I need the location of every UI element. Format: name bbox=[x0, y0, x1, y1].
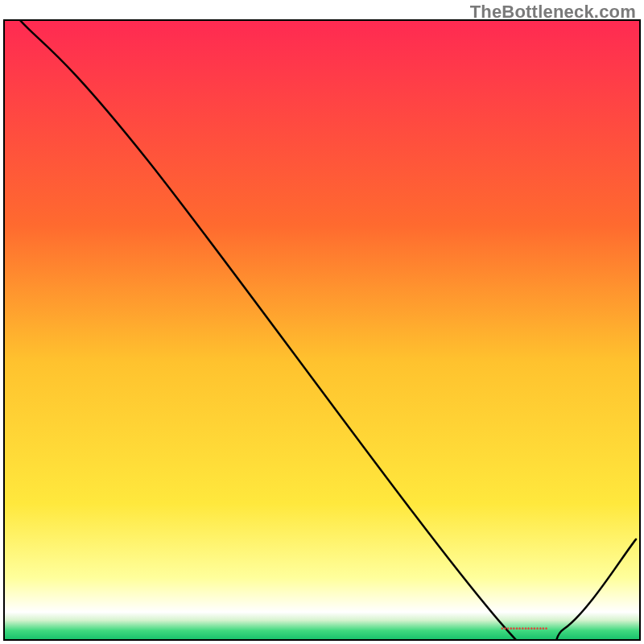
chart-background bbox=[4, 20, 640, 640]
minimum-marker: •••••••••••••••• bbox=[501, 625, 572, 633]
chart-svg bbox=[0, 0, 644, 644]
chart-stage: TheBottleneck.com •••••••••••••••• bbox=[0, 0, 644, 644]
